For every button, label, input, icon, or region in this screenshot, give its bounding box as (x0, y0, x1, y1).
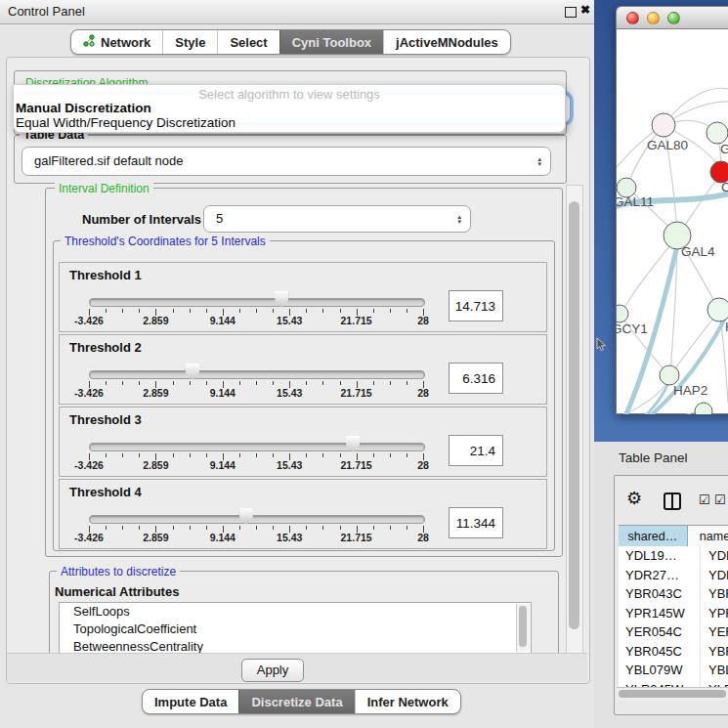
tick-label: 15.43 (277, 459, 302, 471)
network-node-label: GAL4 (681, 244, 715, 259)
tab-select[interactable]: Select (217, 30, 278, 54)
table-horizontal-scrollbar[interactable] (617, 687, 728, 701)
attribute-list-item[interactable]: SelfLoops (60, 603, 531, 621)
minor-tick (106, 309, 107, 313)
table-row[interactable]: YLR345WYLR3 (619, 680, 728, 688)
table-row[interactable]: YBR043CYBR0 (619, 584, 728, 604)
slider-track[interactable] (89, 298, 425, 307)
tab-impute-data[interactable]: Impute Data (143, 690, 238, 713)
threshold-label: Threshold 3 (69, 412, 142, 427)
slider-track[interactable] (89, 515, 425, 524)
table-rows: YDL19…YDL1YDR27…YDR2YBR043CYBR0YPR145WYP… (619, 546, 728, 687)
table-cell: YBR0 (701, 584, 728, 604)
close-light-icon[interactable] (626, 12, 639, 24)
attribute-list-item[interactable]: TopologicalCoefficient (60, 621, 531, 638)
tab-style[interactable]: Style (162, 30, 217, 54)
table-data-combobox[interactable]: galFiltered.sif default node ▴▾ (21, 147, 551, 176)
tab-label: Discretize Data (251, 695, 342, 709)
close-icon[interactable]: ✖ (580, 3, 590, 17)
network-node[interactable] (707, 298, 728, 321)
network-view-window[interactable]: GAL80GAGAL11CGAL4GCY1HHAP2 (616, 6, 728, 414)
slider-track[interactable] (89, 370, 425, 379)
minor-tick (106, 526, 107, 530)
tab-discretize-data[interactable]: Discretize Data (238, 690, 354, 713)
threshold-value-field[interactable]: 6.316 (449, 363, 503, 394)
minor-tick (206, 381, 207, 385)
network-canvas[interactable]: GAL80GAGAL11CGAL4GCY1HHAP2 (616, 29, 728, 414)
table-row[interactable]: YDL19…YDL1 (619, 546, 728, 566)
algorithm-option[interactable]: Manual Discretization (16, 101, 151, 115)
column-header-1[interactable]: shared… (619, 526, 688, 547)
tab-cyni-toolbox[interactable]: Cyni Toolbox (279, 30, 383, 54)
table-cell: YBR043C (619, 584, 701, 604)
minor-tick (273, 453, 274, 457)
scrollbar-thumb[interactable] (519, 606, 527, 647)
checkbox-icon[interactable]: ☑ (714, 492, 726, 507)
split-view-icon[interactable] (664, 492, 681, 510)
tab-label: Impute Data (154, 695, 227, 709)
tick-label: -3.426 (74, 532, 104, 543)
table-cell: YER0 (701, 622, 728, 642)
slider-track[interactable] (89, 443, 425, 451)
table-row[interactable]: YDR27…YDR2 (619, 566, 728, 585)
minor-tick (173, 453, 174, 457)
minor-tick (173, 381, 174, 385)
zoom-light-icon[interactable] (667, 12, 680, 24)
threshold-label: Threshold 1 (69, 268, 142, 282)
float-window-icon[interactable] (565, 7, 577, 18)
network-node[interactable] (617, 305, 628, 322)
combo-stepper-icon: ▴▾ (457, 214, 461, 224)
minor-tick (139, 526, 140, 530)
column-header-2[interactable]: name (688, 526, 728, 547)
minor-tick (206, 526, 207, 530)
minimize-light-icon[interactable] (647, 12, 660, 24)
table-row[interactable]: YBR045CYBR0 (619, 642, 728, 662)
algorithm-option[interactable]: Equal Width/Frequency Discretization (16, 115, 236, 130)
panel-vertical-scrollbar[interactable] (566, 185, 583, 654)
minor-tick (273, 381, 274, 385)
minor-tick (273, 309, 274, 313)
threshold-panel: Threshold 4-3.4262.8599.14415.4321.71528… (59, 479, 547, 549)
network-node-label: GAL80 (647, 138, 688, 152)
checkbox-icon[interactable]: ☑ (699, 492, 710, 507)
list-vertical-scrollbar[interactable] (516, 604, 530, 652)
threshold-label: Threshold 4 (69, 485, 142, 499)
threshold-value-field[interactable]: 21.4 (449, 435, 503, 466)
table-row[interactable]: YPR145WYPR1 (619, 604, 728, 623)
table-cell: YDL1 (701, 546, 728, 566)
tick-label: 2.859 (143, 532, 168, 543)
table-row[interactable]: YER054CYER0 (619, 622, 728, 642)
threshold-value-field[interactable]: 14.713 (449, 290, 503, 321)
tab-infer-network[interactable]: Infer Network (355, 690, 460, 713)
tick-label: 2.859 (143, 459, 168, 471)
apply-button[interactable]: Apply (241, 659, 304, 682)
tab-network[interactable]: Network (71, 30, 162, 54)
minor-tick (190, 526, 191, 530)
minor-tick (340, 381, 341, 385)
minor-tick (322, 453, 323, 457)
table-row[interactable]: YBL079WYBL0 (619, 661, 728, 680)
minor-tick (122, 381, 123, 385)
threshold-value-field[interactable]: 11.344 (449, 507, 503, 538)
number-of-intervals-combobox[interactable]: 5 ▴▾ (203, 205, 471, 233)
table-cell: YER054C (619, 622, 701, 642)
network-node[interactable] (660, 365, 679, 385)
minor-tick (322, 526, 323, 530)
scrollbar-thumb[interactable] (569, 201, 579, 629)
minor-tick (373, 453, 374, 457)
network-node[interactable] (652, 113, 675, 137)
minor-tick (206, 309, 207, 313)
tick-label: 2.859 (143, 387, 168, 399)
numerical-attributes-list[interactable]: SelfLoopsTopologicalCoefficientBetweenne… (59, 602, 532, 655)
network-node[interactable] (707, 122, 728, 144)
network-window-titlebar[interactable] (616, 6, 728, 29)
minor-tick (306, 526, 307, 530)
minor-tick (322, 381, 323, 385)
minor-tick (239, 309, 240, 313)
tab-jactivemnodules[interactable]: jActiveMNodules (383, 30, 510, 54)
mouse-cursor (596, 338, 608, 352)
scrollbar-thumb[interactable] (619, 690, 726, 698)
network-node[interactable] (695, 403, 712, 414)
network-edge-thick[interactable] (617, 383, 668, 414)
gear-icon[interactable]: ⚙ (626, 488, 642, 509)
